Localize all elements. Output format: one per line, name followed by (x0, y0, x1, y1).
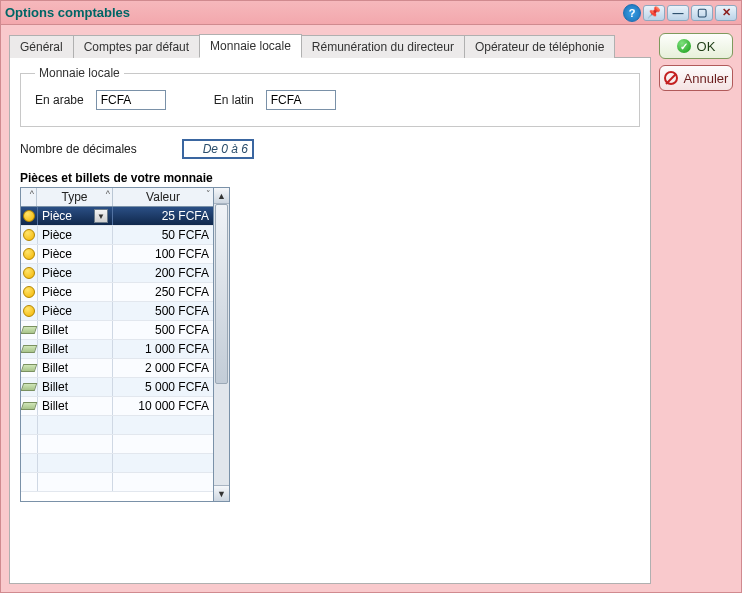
value-cell: 200 FCFA (113, 264, 213, 282)
grid-header-icon[interactable]: ^ (21, 188, 37, 206)
currency-group-legend: Monnaie locale (35, 66, 124, 80)
table-row[interactable]: Pièce100 FCFA (21, 245, 213, 264)
value-cell: 50 FCFA (113, 226, 213, 244)
scroll-thumb[interactable] (215, 204, 228, 384)
table-row[interactable]: Pièce500 FCFA (21, 302, 213, 321)
table-row-empty[interactable] (21, 454, 213, 473)
bill-icon (21, 397, 37, 415)
main-panel: Général Comptes par défaut Monnaie local… (9, 33, 651, 584)
tab-general[interactable]: Général (9, 35, 74, 58)
scroll-track[interactable] (214, 204, 229, 485)
tab-default-accounts[interactable]: Comptes par défaut (73, 35, 200, 58)
tab-local-currency[interactable]: Monnaie locale (199, 34, 302, 58)
decimals-label: Nombre de décimales (20, 142, 170, 156)
tab-telephony-operator[interactable]: Opérateur de téléphonie (464, 35, 615, 58)
table-row-empty[interactable] (21, 435, 213, 454)
table-row-empty[interactable] (21, 416, 213, 435)
coin-icon (21, 226, 37, 244)
window-title: Options comptables (5, 5, 621, 20)
table-row[interactable]: Pièce▼25 FCFA (21, 207, 213, 226)
type-cell: Billet (37, 397, 113, 415)
grid-body: Pièce▼25 FCFAPièce50 FCFAPièce100 FCFAPi… (21, 207, 213, 501)
grid-header-type[interactable]: Type^ (37, 188, 113, 206)
value-cell: 5 000 FCFA (113, 378, 213, 396)
side-buttons: ✓ OK Annuler (659, 33, 733, 584)
latin-label: En latin (214, 93, 254, 107)
value-cell: 1 000 FCFA (113, 340, 213, 358)
tabpage-local-currency: Monnaie locale En arabe En latin Nombre … (9, 58, 651, 584)
maximize-button[interactable]: ▢ (691, 5, 713, 21)
coin-icon (21, 264, 37, 282)
bill-icon (21, 378, 37, 396)
type-cell: Pièce (37, 302, 113, 320)
grid-scrollbar[interactable]: ▲ ▼ (214, 187, 230, 502)
currency-group: Monnaie locale En arabe En latin (20, 66, 640, 127)
ok-button[interactable]: ✓ OK (659, 33, 733, 59)
tabstrip: Général Comptes par défaut Monnaie local… (9, 33, 651, 58)
denominations-header: Pièces et billets de votre monnaie (20, 171, 640, 185)
bill-icon (21, 321, 37, 339)
table-row[interactable]: Billet5 000 FCFA (21, 378, 213, 397)
type-cell: Billet (37, 321, 113, 339)
type-cell: Pièce▼ (37, 207, 113, 225)
grid-header-value[interactable]: Valeur˅ (113, 188, 213, 206)
close-button[interactable]: ✕ (715, 5, 737, 21)
ok-label: OK (697, 39, 716, 54)
value-cell: 500 FCFA (113, 302, 213, 320)
coin-icon (21, 302, 37, 320)
decimals-input[interactable] (182, 139, 254, 159)
latin-input[interactable] (266, 90, 336, 110)
window: Options comptables ? 📌 — ▢ ✕ Général Com… (0, 0, 742, 593)
value-cell: 100 FCFA (113, 245, 213, 263)
type-cell: Billet (37, 359, 113, 377)
bill-icon (21, 359, 37, 377)
value-cell: 2 000 FCFA (113, 359, 213, 377)
type-cell: Pièce (37, 245, 113, 263)
table-row[interactable]: Billet2 000 FCFA (21, 359, 213, 378)
coin-icon (21, 207, 37, 225)
type-cell: Billet (37, 378, 113, 396)
help-button[interactable]: ? (623, 4, 641, 22)
arabic-label: En arabe (35, 93, 84, 107)
denominations-grid[interactable]: ^ Type^ Valeur˅ Pièce▼25 FCFAPièce50 FCF… (20, 187, 214, 502)
titlebar: Options comptables ? 📌 — ▢ ✕ (1, 1, 741, 25)
table-row[interactable]: Pièce200 FCFA (21, 264, 213, 283)
client-area: Général Comptes par défaut Monnaie local… (1, 25, 741, 592)
cancel-label: Annuler (684, 71, 729, 86)
table-row[interactable]: Pièce250 FCFA (21, 283, 213, 302)
bill-icon (21, 340, 37, 358)
type-cell: Pièce (37, 283, 113, 301)
arabic-input[interactable] (96, 90, 166, 110)
grid-header: ^ Type^ Valeur˅ (21, 188, 213, 207)
check-icon: ✓ (677, 39, 691, 53)
table-row[interactable]: Billet500 FCFA (21, 321, 213, 340)
table-row[interactable]: Pièce50 FCFA (21, 226, 213, 245)
table-row[interactable]: Billet10 000 FCFA (21, 397, 213, 416)
table-row-empty[interactable] (21, 473, 213, 492)
pin-button[interactable]: 📌 (643, 5, 665, 21)
value-cell: 500 FCFA (113, 321, 213, 339)
type-dropdown-button[interactable]: ▼ (94, 209, 108, 223)
table-row[interactable]: Billet1 000 FCFA (21, 340, 213, 359)
denominations-grid-wrap: ^ Type^ Valeur˅ Pièce▼25 FCFAPièce50 FCF… (20, 187, 640, 502)
scroll-down-button[interactable]: ▼ (214, 485, 229, 501)
coin-icon (21, 283, 37, 301)
value-cell: 25 FCFA (113, 207, 213, 225)
cancel-button[interactable]: Annuler (659, 65, 733, 91)
value-cell: 10 000 FCFA (113, 397, 213, 415)
minimize-button[interactable]: — (667, 5, 689, 21)
scroll-up-button[interactable]: ▲ (214, 188, 229, 204)
coin-icon (21, 245, 37, 263)
forbidden-icon (664, 71, 678, 85)
type-cell: Pièce (37, 264, 113, 282)
tab-director-pay[interactable]: Rémunération du directeur (301, 35, 465, 58)
type-cell: Pièce (37, 226, 113, 244)
type-cell: Billet (37, 340, 113, 358)
value-cell: 250 FCFA (113, 283, 213, 301)
